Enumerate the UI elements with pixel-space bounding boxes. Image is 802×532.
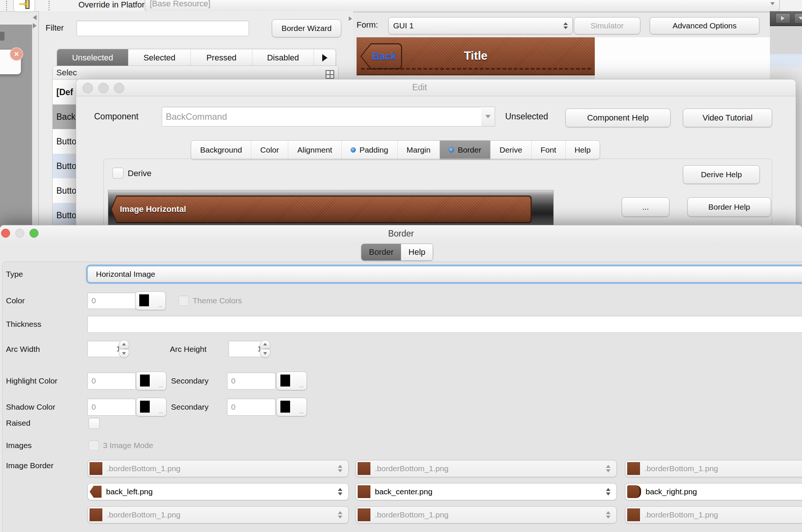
border-help-button[interactable]: Border Help <box>687 197 771 217</box>
shadow-color-value: 0 <box>91 403 96 411</box>
tab-background[interactable]: Background <box>191 141 251 159</box>
tab-help[interactable]: Help <box>401 244 433 260</box>
form-combo[interactable]: GUI 1 <box>388 17 573 34</box>
tabs-overflow-arrow-icon[interactable] <box>314 49 336 66</box>
simulator-button[interactable]: Simulator <box>574 17 640 34</box>
tab-color[interactable]: Color <box>251 141 288 159</box>
combo-stepper-icon <box>338 488 342 495</box>
minimize-traffic-light[interactable] <box>98 83 109 93</box>
highlight-color-input[interactable]: 0 <box>87 372 136 389</box>
form-combo-value: GUI 1 <box>393 21 414 30</box>
shadow-swatch-button[interactable]: ... <box>136 398 167 416</box>
screen: Override in Platform: [Base Resource] ✕ … <box>0 0 802 532</box>
shadow-color-label: Shadow Color <box>6 403 55 411</box>
image-combo-top-right[interactable]: .borderBottom_1.png <box>625 460 802 477</box>
image-combo-left[interactable]: back_left.png <box>87 483 349 500</box>
tab-font[interactable]: Font <box>531 141 565 159</box>
play-button[interactable] <box>775 13 790 24</box>
color-value: 0 <box>91 296 96 305</box>
thickness-input[interactable] <box>87 316 802 333</box>
color-input[interactable]: 0 <box>87 292 136 309</box>
type-combo[interactable]: Horizontal Image <box>87 266 802 282</box>
component-combo-arrow[interactable] <box>481 107 495 126</box>
video-tutorial-button[interactable]: Video Tutorial <box>683 109 772 127</box>
zoom-traffic-light[interactable] <box>114 83 124 93</box>
theme-colors-checkbox[interactable] <box>178 295 189 306</box>
image-combo-top-left[interactable]: .borderBottom_1.png <box>87 460 349 477</box>
type-combo-value: Horizontal Image <box>96 270 155 279</box>
leather-thumb-icon <box>358 462 370 475</box>
leather-thumb-icon <box>627 508 640 521</box>
component-label: Component <box>94 112 139 122</box>
collapse-left-icon[interactable] <box>33 15 37 20</box>
tab-disabled[interactable]: Disabled <box>252 49 314 66</box>
combo-stepper-icon <box>606 488 610 495</box>
color-swatch <box>139 294 149 306</box>
border-titlebar[interactable]: Border <box>0 225 802 242</box>
images-label: Images <box>6 441 32 450</box>
tab-border[interactable]: Border <box>361 244 401 260</box>
image-mode-checkbox[interactable] <box>88 440 99 451</box>
override-platform-combo[interactable]: [Base Resource] <box>145 0 780 12</box>
derive-label: Derive <box>128 169 152 178</box>
shadow-secondary-swatch-button[interactable]: ... <box>276 398 307 416</box>
tab-pressed[interactable]: Pressed <box>190 49 252 66</box>
raised-checkbox[interactable] <box>88 418 100 429</box>
color-more: ... <box>158 302 162 308</box>
blue-dot-icon <box>449 147 454 153</box>
advanced-options-button[interactable]: Advanced Options <box>650 17 759 34</box>
arc-height-spinner[interactable] <box>260 340 270 358</box>
filter-label: Filter <box>46 23 64 33</box>
shadow-secondary-value: 0 <box>231 403 236 411</box>
color-swatch-button[interactable]: ... <box>135 291 166 310</box>
image-combo-center[interactable]: back_center.png <box>355 483 617 500</box>
image-combo-bottom-left[interactable]: .borderBottom_1.png <box>87 506 349 523</box>
highlight-secondary-input[interactable]: 0 <box>227 372 276 389</box>
dropdown-icon <box>799 17 802 20</box>
filter-input[interactable] <box>77 21 249 36</box>
image-combo-bottom-center[interactable]: .borderBottom_1.png <box>355 506 617 523</box>
tab-unselected[interactable]: Unselected <box>57 49 128 66</box>
state-tabs: Unselected Selected Pressed Disabled <box>57 49 336 66</box>
highlight-secondary-swatch-button[interactable]: ... <box>276 372 307 390</box>
leather-thumb-icon <box>358 508 370 521</box>
edit-dialog: Edit Component BackCommand Unselected Co… <box>76 79 796 229</box>
derive-help-button[interactable]: Derive Help <box>683 165 760 184</box>
tab-help[interactable]: Help <box>565 141 600 159</box>
image-combo-top-center[interactable]: .borderBottom_1.png <box>355 460 617 477</box>
border-wizard-button[interactable]: Border Wizard <box>272 19 341 37</box>
highlight-swatch-button[interactable]: ... <box>136 372 167 390</box>
image-combo-bottom-right[interactable]: .borderBottom_1.png <box>625 506 802 523</box>
type-label: Type <box>6 270 23 279</box>
exit-door-icon-button[interactable] <box>13 0 35 12</box>
thickness-label: Thickness <box>6 320 41 329</box>
image-mode-label: 3 Image Mode <box>103 441 153 450</box>
border-more-button[interactable]: ... <box>622 197 669 217</box>
shadow-swatch <box>140 401 150 413</box>
tab-border[interactable]: Border <box>439 141 490 159</box>
list-header: Selec <box>53 66 338 80</box>
tab-padding[interactable]: Padding <box>341 141 397 159</box>
edit-titlebar[interactable]: Edit <box>76 79 796 96</box>
arc-width-spinner[interactable] <box>119 340 129 358</box>
component-combo-input[interactable]: BackCommand <box>162 107 489 126</box>
close-traffic-light[interactable] <box>83 83 93 93</box>
expand-right-icon[interactable] <box>33 23 37 28</box>
highlight-color-value: 0 <box>91 376 96 385</box>
tab-alignment[interactable]: Alignment <box>288 141 341 159</box>
tab-selected[interactable]: Selected <box>128 49 190 66</box>
dropdown-button[interactable] <box>794 13 802 24</box>
form-preview-canvas <box>595 37 770 79</box>
component-help-button[interactable]: Component Help <box>565 109 671 127</box>
right-toolbar <box>770 11 802 26</box>
back-right-thumb-icon <box>627 485 641 498</box>
list-grid-icon[interactable] <box>326 70 334 79</box>
derive-checkbox[interactable] <box>112 168 124 179</box>
close-badge-icon[interactable]: ✕ <box>10 47 23 61</box>
image-combo-right[interactable]: back_right.png <box>625 483 802 500</box>
shadow-secondary-input[interactable]: 0 <box>227 398 276 416</box>
tab-derive[interactable]: Derive <box>490 141 531 159</box>
shadow-color-input[interactable]: 0 <box>87 398 136 416</box>
collapse-form-icon[interactable] <box>349 16 352 21</box>
tab-margin[interactable]: Margin <box>397 141 439 159</box>
